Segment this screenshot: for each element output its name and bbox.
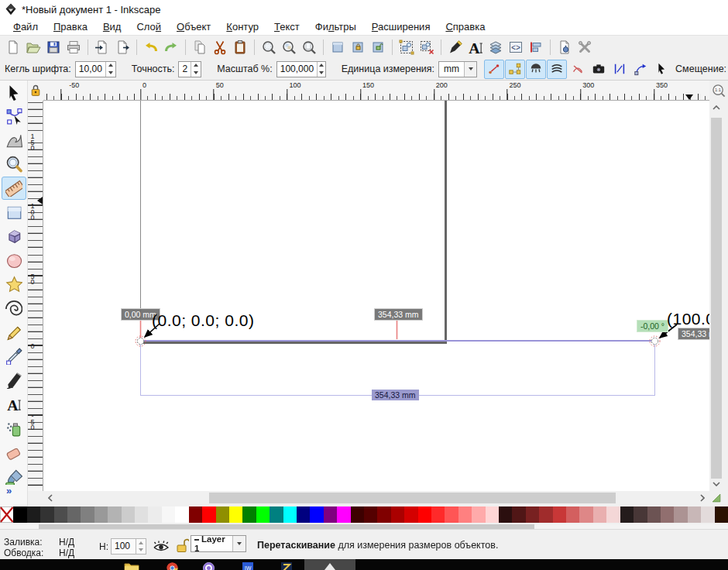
- calligraphy-tool[interactable]: [2, 369, 26, 392]
- open-button[interactable]: [23, 37, 43, 57]
- zoom-1-1-icon[interactable]: 1:1: [709, 81, 728, 101]
- swatch-666666[interactable]: [67, 506, 81, 523]
- swatch-ffaaaa[interactable]: [472, 506, 485, 523]
- xml-editor-button[interactable]: <>: [506, 37, 526, 57]
- swatch-800000[interactable]: [189, 506, 202, 523]
- scroll-right-icon[interactable]: [695, 491, 709, 505]
- layer-lock-open-icon[interactable]: [175, 537, 189, 554]
- document-properties-button[interactable]: [555, 37, 575, 57]
- text-button[interactable]: A: [465, 37, 486, 57]
- stroke-value[interactable]: Н/Д: [59, 548, 74, 558]
- canvas-corner-icon[interactable]: [709, 491, 723, 505]
- swatch-ff8080[interactable]: [458, 506, 472, 523]
- clone-button[interactable]: [348, 37, 368, 57]
- horizontal-scroll-thumb[interactable]: [209, 493, 616, 503]
- vertical-scrollbar[interactable]: [709, 101, 723, 491]
- swatch-4d4d4d[interactable]: [54, 506, 67, 523]
- swatch-ffffff[interactable]: [175, 506, 188, 523]
- swatch-000080[interactable]: [297, 506, 310, 523]
- precision-spinner[interactable]: 2: [178, 61, 201, 77]
- folder-icon[interactable]: [124, 562, 139, 570]
- swatch-782121[interactable]: [526, 506, 539, 523]
- swatch-f7f7f7[interactable]: [162, 506, 175, 523]
- menu-item-6[interactable]: Контур: [219, 19, 266, 34]
- spiral-tool[interactable]: [2, 297, 26, 320]
- swatch-ff0000[interactable]: [418, 506, 431, 523]
- vertical-ruler[interactable]: 150100500-50: [28, 101, 43, 491]
- node-editor-tool[interactable]: [2, 105, 26, 128]
- swatch-483737[interactable]: [634, 506, 647, 523]
- menu-item-7[interactable]: Текст: [267, 19, 307, 34]
- swatch-333333[interactable]: [40, 506, 53, 523]
- horizontal-ruler[interactable]: -50050100150200250300350: [43, 81, 709, 101]
- text-tool[interactable]: A: [2, 393, 26, 416]
- bezier-pen-tool[interactable]: [2, 345, 26, 368]
- star-tool[interactable]: [2, 273, 26, 296]
- fill-value[interactable]: Н/Д: [59, 537, 74, 548]
- swatch-501616[interactable]: [512, 506, 525, 523]
- fill-stroke-button[interactable]: [445, 37, 465, 57]
- swatch-550000[interactable]: [364, 506, 377, 523]
- tweak-tool[interactable]: [2, 129, 26, 152]
- swatch-8f8f00[interactable]: [216, 506, 229, 523]
- swatch-d35f5f[interactable]: [566, 506, 579, 523]
- preferences-button[interactable]: [575, 37, 595, 57]
- swatch-e3dbdb[interactable]: [701, 506, 714, 523]
- scale-spinner[interactable]: 100,000: [276, 61, 326, 77]
- swatch-d40000[interactable]: [404, 506, 417, 523]
- swatch-c8b7b7[interactable]: [688, 506, 701, 523]
- pencil-tool[interactable]: [2, 321, 26, 344]
- lock-guides-icon[interactable]: [28, 81, 43, 101]
- menu-item-1[interactable]: Файл: [6, 19, 45, 34]
- canvas[interactable]: 0,00 mm (0.0; 0.0; 0.0) 354,33 mm -0,00 …: [43, 101, 709, 491]
- spray-tool[interactable]: [2, 417, 26, 440]
- swatch-800080[interactable]: [324, 506, 337, 523]
- rectangle-tool[interactable]: [2, 201, 26, 224]
- swatch-1c1c1c[interactable]: [27, 506, 40, 523]
- swatch-none[interactable]: [0, 506, 13, 523]
- menu-item-4[interactable]: Слой: [129, 19, 168, 34]
- measurement-snapshot-toggle[interactable]: [589, 60, 609, 79]
- copy-button[interactable]: [190, 37, 210, 57]
- default-pointer-toggle[interactable]: [651, 60, 671, 79]
- measure-all-layers-toggle[interactable]: [547, 60, 567, 79]
- swatch-ff2a2a[interactable]: [431, 506, 445, 523]
- selector-tool[interactable]: [2, 81, 26, 104]
- swatch-ff0000[interactable]: [202, 506, 215, 523]
- measure-tool[interactable]: [2, 177, 26, 200]
- export-button[interactable]: [112, 37, 132, 57]
- opacity-spinner[interactable]: 100: [111, 538, 146, 555]
- swatch-3d0000[interactable]: [351, 506, 364, 523]
- swatch-008080[interactable]: [270, 506, 283, 523]
- undo-button[interactable]: [141, 37, 161, 57]
- swatch-ff00ff[interactable]: [337, 506, 350, 523]
- swatch-ececec[interactable]: [148, 506, 161, 523]
- swatch-800000[interactable]: [377, 506, 390, 523]
- swatch-aa0000[interactable]: [391, 506, 404, 523]
- font-size-spinner[interactable]: 10,00: [75, 61, 116, 77]
- swatch-cccccc[interactable]: [122, 506, 135, 523]
- ignore-first-last-toggle[interactable]: [526, 60, 546, 79]
- paste-button[interactable]: [230, 37, 250, 57]
- redo-button[interactable]: [161, 37, 181, 57]
- swatch-a02c2c[interactable]: [539, 506, 552, 523]
- menu-item-10[interactable]: Справка: [438, 19, 492, 34]
- document-app-icon[interactable]: IW: [242, 562, 253, 570]
- ungroup-button[interactable]: [417, 37, 437, 57]
- import-button[interactable]: [92, 37, 112, 57]
- swatch-f4d7d7[interactable]: [606, 506, 620, 523]
- reroute-segment-toggle[interactable]: [630, 60, 651, 79]
- menu-item-2[interactable]: Правка: [46, 19, 94, 34]
- swatch-999999[interactable]: [94, 506, 108, 523]
- swatch-ffd5d5[interactable]: [486, 506, 499, 523]
- menu-item-3[interactable]: Вид: [96, 19, 129, 34]
- no-path-conversion-toggle[interactable]: [568, 60, 588, 79]
- zoom-drawing-button[interactable]: [279, 37, 299, 57]
- messenger-icon[interactable]: [203, 562, 215, 570]
- swatch-916f6f[interactable]: [661, 506, 674, 523]
- unit-combobox[interactable]: mm: [438, 61, 477, 77]
- swatch-00ffff[interactable]: [283, 506, 297, 523]
- toolbox-expander[interactable]: »: [6, 485, 12, 496]
- swatch-2b1100[interactable]: [715, 506, 728, 523]
- browser-icon[interactable]: [167, 562, 178, 570]
